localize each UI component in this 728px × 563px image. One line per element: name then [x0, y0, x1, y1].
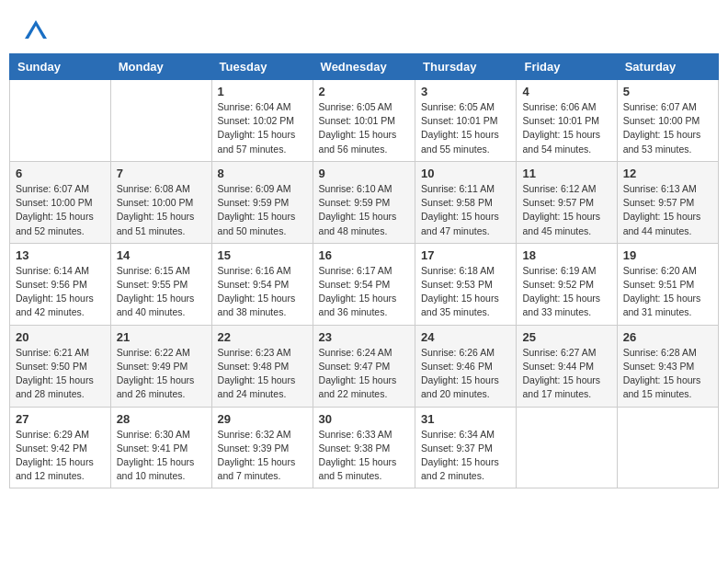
calendar-cell: 11Sunrise: 6:12 AM Sunset: 9:57 PM Dayli… [517, 161, 617, 243]
day-info: Sunrise: 6:08 AM Sunset: 10:00 PM Daylig… [117, 182, 206, 238]
day-header-wednesday: Wednesday [313, 54, 415, 80]
calendar: SundayMondayTuesdayWednesdayThursdayFrid… [9, 53, 719, 488]
day-number: 23 [319, 330, 409, 344]
calendar-cell: 5Sunrise: 6:07 AM Sunset: 10:00 PM Dayli… [617, 80, 718, 162]
day-number: 28 [117, 412, 206, 426]
day-info: Sunrise: 6:33 AM Sunset: 9:38 PM Dayligh… [319, 428, 409, 484]
day-info: Sunrise: 6:20 AM Sunset: 9:51 PM Dayligh… [623, 264, 712, 320]
calendar-cell: 25Sunrise: 6:27 AM Sunset: 9:44 PM Dayli… [517, 325, 617, 407]
day-number: 1 [218, 85, 307, 98]
day-info: Sunrise: 6:32 AM Sunset: 9:39 PM Dayligh… [218, 428, 307, 484]
calendar-cell: 13Sunrise: 6:14 AM Sunset: 9:56 PM Dayli… [10, 243, 111, 325]
day-number: 3 [421, 85, 510, 98]
calendar-cell: 10Sunrise: 6:11 AM Sunset: 9:58 PM Dayli… [415, 161, 517, 243]
page-header [9, 9, 719, 49]
calendar-cell: 15Sunrise: 6:16 AM Sunset: 9:54 PM Dayli… [211, 243, 313, 325]
day-number: 27 [16, 412, 105, 426]
day-number: 25 [522, 330, 610, 344]
logo [23, 18, 52, 44]
day-number: 12 [623, 167, 712, 180]
logo-icon [23, 18, 49, 44]
calendar-week-5: 27Sunrise: 6:29 AM Sunset: 9:42 PM Dayli… [10, 407, 719, 488]
calendar-header-row: SundayMondayTuesdayWednesdayThursdayFrid… [10, 54, 719, 80]
calendar-week-3: 13Sunrise: 6:14 AM Sunset: 9:56 PM Dayli… [10, 243, 719, 325]
day-number: 10 [421, 167, 510, 180]
day-number: 24 [421, 330, 510, 344]
calendar-week-2: 6Sunrise: 6:07 AM Sunset: 10:00 PM Dayli… [10, 161, 719, 243]
calendar-cell: 21Sunrise: 6:22 AM Sunset: 9:49 PM Dayli… [110, 325, 211, 407]
day-info: Sunrise: 6:16 AM Sunset: 9:54 PM Dayligh… [218, 264, 307, 320]
day-info: Sunrise: 6:14 AM Sunset: 9:56 PM Dayligh… [16, 264, 105, 320]
calendar-cell: 27Sunrise: 6:29 AM Sunset: 9:42 PM Dayli… [10, 407, 111, 488]
calendar-cell: 14Sunrise: 6:15 AM Sunset: 9:55 PM Dayli… [110, 243, 211, 325]
day-header-friday: Friday [517, 54, 617, 80]
calendar-cell: 16Sunrise: 6:17 AM Sunset: 9:54 PM Dayli… [313, 243, 415, 325]
calendar-cell: 1Sunrise: 6:04 AM Sunset: 10:02 PM Dayli… [211, 80, 313, 162]
day-info: Sunrise: 6:05 AM Sunset: 10:01 PM Daylig… [421, 100, 510, 156]
calendar-week-4: 20Sunrise: 6:21 AM Sunset: 9:50 PM Dayli… [10, 325, 719, 407]
calendar-cell: 7Sunrise: 6:08 AM Sunset: 10:00 PM Dayli… [110, 161, 211, 243]
day-header-monday: Monday [110, 54, 211, 80]
day-info: Sunrise: 6:05 AM Sunset: 10:01 PM Daylig… [319, 100, 409, 156]
day-number: 19 [623, 248, 712, 262]
day-info: Sunrise: 6:18 AM Sunset: 9:53 PM Dayligh… [421, 264, 510, 320]
day-info: Sunrise: 6:23 AM Sunset: 9:48 PM Dayligh… [218, 346, 307, 402]
calendar-cell: 12Sunrise: 6:13 AM Sunset: 9:57 PM Dayli… [617, 161, 718, 243]
day-number: 7 [117, 167, 206, 180]
calendar-cell: 9Sunrise: 6:10 AM Sunset: 9:59 PM Daylig… [313, 161, 415, 243]
calendar-cell: 24Sunrise: 6:26 AM Sunset: 9:46 PM Dayli… [415, 325, 517, 407]
day-info: Sunrise: 6:17 AM Sunset: 9:54 PM Dayligh… [319, 264, 409, 320]
day-info: Sunrise: 6:11 AM Sunset: 9:58 PM Dayligh… [421, 182, 510, 238]
day-number: 6 [16, 167, 105, 180]
calendar-cell: 26Sunrise: 6:28 AM Sunset: 9:43 PM Dayli… [617, 325, 718, 407]
calendar-cell [617, 407, 718, 488]
calendar-cell [110, 80, 211, 162]
calendar-cell: 23Sunrise: 6:24 AM Sunset: 9:47 PM Dayli… [313, 325, 415, 407]
calendar-cell [517, 407, 617, 488]
day-number: 18 [522, 248, 610, 262]
day-info: Sunrise: 6:34 AM Sunset: 9:37 PM Dayligh… [421, 428, 510, 484]
day-number: 14 [117, 248, 206, 262]
day-number: 13 [16, 248, 105, 262]
calendar-cell: 30Sunrise: 6:33 AM Sunset: 9:38 PM Dayli… [313, 407, 415, 488]
day-info: Sunrise: 6:10 AM Sunset: 9:59 PM Dayligh… [319, 182, 409, 238]
day-number: 17 [421, 248, 510, 262]
day-number: 29 [218, 412, 307, 426]
calendar-cell: 8Sunrise: 6:09 AM Sunset: 9:59 PM Daylig… [211, 161, 313, 243]
calendar-cell: 4Sunrise: 6:06 AM Sunset: 10:01 PM Dayli… [517, 80, 617, 162]
day-info: Sunrise: 6:29 AM Sunset: 9:42 PM Dayligh… [16, 428, 105, 484]
calendar-cell: 20Sunrise: 6:21 AM Sunset: 9:50 PM Dayli… [10, 325, 111, 407]
day-header-tuesday: Tuesday [211, 54, 313, 80]
day-number: 9 [319, 167, 409, 180]
calendar-cell: 31Sunrise: 6:34 AM Sunset: 9:37 PM Dayli… [415, 407, 517, 488]
day-number: 26 [623, 330, 712, 344]
day-info: Sunrise: 6:22 AM Sunset: 9:49 PM Dayligh… [117, 346, 206, 402]
calendar-cell: 19Sunrise: 6:20 AM Sunset: 9:51 PM Dayli… [617, 243, 718, 325]
day-info: Sunrise: 6:28 AM Sunset: 9:43 PM Dayligh… [623, 346, 712, 402]
calendar-cell: 28Sunrise: 6:30 AM Sunset: 9:41 PM Dayli… [110, 407, 211, 488]
day-info: Sunrise: 6:15 AM Sunset: 9:55 PM Dayligh… [117, 264, 206, 320]
day-number: 2 [319, 85, 409, 98]
day-info: Sunrise: 6:24 AM Sunset: 9:47 PM Dayligh… [319, 346, 409, 402]
day-info: Sunrise: 6:19 AM Sunset: 9:52 PM Dayligh… [522, 264, 610, 320]
day-info: Sunrise: 6:12 AM Sunset: 9:57 PM Dayligh… [522, 182, 610, 238]
day-info: Sunrise: 6:09 AM Sunset: 9:59 PM Dayligh… [218, 182, 307, 238]
day-info: Sunrise: 6:27 AM Sunset: 9:44 PM Dayligh… [522, 346, 610, 402]
day-info: Sunrise: 6:06 AM Sunset: 10:01 PM Daylig… [522, 100, 610, 156]
day-info: Sunrise: 6:13 AM Sunset: 9:57 PM Dayligh… [623, 182, 712, 238]
day-number: 5 [623, 85, 712, 98]
day-header-sunday: Sunday [10, 54, 111, 80]
calendar-cell: 2Sunrise: 6:05 AM Sunset: 10:01 PM Dayli… [313, 80, 415, 162]
day-header-thursday: Thursday [415, 54, 517, 80]
day-number: 11 [522, 167, 610, 180]
day-info: Sunrise: 6:07 AM Sunset: 10:00 PM Daylig… [16, 182, 105, 238]
day-number: 31 [421, 412, 510, 426]
day-info: Sunrise: 6:26 AM Sunset: 9:46 PM Dayligh… [421, 346, 510, 402]
calendar-cell: 6Sunrise: 6:07 AM Sunset: 10:00 PM Dayli… [10, 161, 111, 243]
day-number: 30 [319, 412, 409, 426]
day-info: Sunrise: 6:04 AM Sunset: 10:02 PM Daylig… [218, 100, 307, 156]
calendar-cell: 18Sunrise: 6:19 AM Sunset: 9:52 PM Dayli… [517, 243, 617, 325]
day-header-saturday: Saturday [617, 54, 718, 80]
day-info: Sunrise: 6:30 AM Sunset: 9:41 PM Dayligh… [117, 428, 206, 484]
calendar-cell: 17Sunrise: 6:18 AM Sunset: 9:53 PM Dayli… [415, 243, 517, 325]
